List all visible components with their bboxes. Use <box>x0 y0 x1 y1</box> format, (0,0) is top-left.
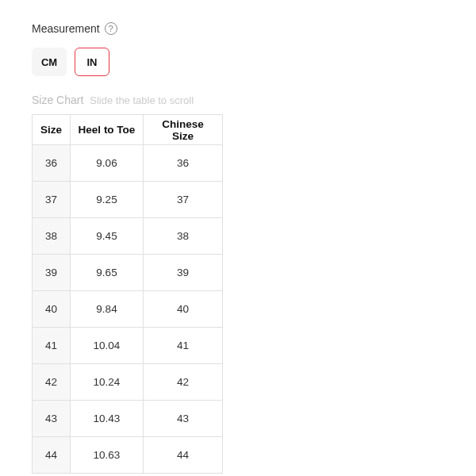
cell-size: 41 <box>33 328 71 364</box>
cell-heel-to-toe: 10.24 <box>71 364 144 401</box>
unit-toggle: CM IN <box>32 48 444 76</box>
unit-cm-button[interactable]: CM <box>32 48 67 76</box>
cell-chinese-size: 39 <box>144 255 223 291</box>
cell-heel-to-toe: 9.25 <box>71 182 144 218</box>
cell-size: 36 <box>33 145 71 182</box>
cell-size: 38 <box>33 218 71 255</box>
cell-chinese-size: 42 <box>144 364 223 401</box>
size-chart-hint: Slide the table to scroll <box>90 94 194 106</box>
cell-heel-to-toe: 10.43 <box>71 401 144 437</box>
measurement-header: Measurement ? <box>32 22 444 35</box>
cell-chinese-size: 41 <box>144 328 223 364</box>
unit-in-button[interactable]: IN <box>75 48 109 76</box>
cell-chinese-size: 37 <box>144 182 223 218</box>
table-row: 4310.4343 <box>33 401 223 437</box>
cell-chinese-size: 36 <box>144 145 223 182</box>
cell-size: 37 <box>33 182 71 218</box>
cell-heel-to-toe: 10.04 <box>71 328 144 364</box>
table-row: 389.4538 <box>33 218 223 255</box>
cell-size: 44 <box>33 437 71 474</box>
col-chinese-size: Chinese Size <box>144 115 223 145</box>
cell-chinese-size: 40 <box>144 291 223 328</box>
cell-size: 43 <box>33 401 71 437</box>
cell-heel-to-toe: 9.65 <box>71 255 144 291</box>
table-row: 4210.2442 <box>33 364 223 401</box>
table-row: 379.2537 <box>33 182 223 218</box>
cell-chinese-size: 44 <box>144 437 223 474</box>
cell-size: 42 <box>33 364 71 401</box>
cell-heel-to-toe: 9.84 <box>71 291 144 328</box>
table-row: 4410.6344 <box>33 437 223 474</box>
table-row: 399.6539 <box>33 255 223 291</box>
table-row: 369.0636 <box>33 145 223 182</box>
col-heel-to-toe: Heel to Toe <box>71 115 144 145</box>
size-chart-label: Size Chart <box>32 94 83 106</box>
cell-chinese-size: 43 <box>144 401 223 437</box>
table-header-row: Size Heel to Toe Chinese Size <box>33 115 223 145</box>
cell-heel-to-toe: 10.63 <box>71 437 144 474</box>
help-icon[interactable]: ? <box>105 22 117 35</box>
size-chart-table[interactable]: Size Heel to Toe Chinese Size 369.063637… <box>32 114 223 474</box>
cell-size: 40 <box>33 291 71 328</box>
measurement-label: Measurement <box>32 22 100 35</box>
cell-chinese-size: 38 <box>144 218 223 255</box>
col-size: Size <box>33 115 71 145</box>
table-row: 4110.0441 <box>33 328 223 364</box>
table-row: 409.8440 <box>33 291 223 328</box>
cell-heel-to-toe: 9.06 <box>71 145 144 182</box>
cell-heel-to-toe: 9.45 <box>71 218 144 255</box>
cell-size: 39 <box>33 255 71 291</box>
size-chart-label-row: Size Chart Slide the table to scroll <box>32 94 444 106</box>
